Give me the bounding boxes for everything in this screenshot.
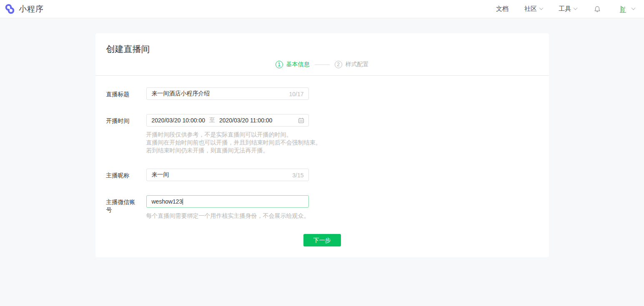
anchor-wechat-control: weshow123 每个直播间需要绑定一个用作核实主播身份，不会展示给观众。: [146, 195, 310, 220]
help-line-3: 若到结束时间仍未开播，则直播间无法再开播。: [146, 147, 321, 154]
live-title-control: 10/17: [146, 87, 309, 100]
anchor-wechat-value: weshow123: [152, 198, 183, 205]
help-line-1: 开播时间段仅供参考，不是实际直播间可以开播的时间。: [146, 131, 321, 139]
anchor-wechat-field: 主播微信账号 weshow123 每个直播间需要绑定一个用作核实主播身份，不会展…: [106, 195, 538, 220]
page-title: 创建直播间: [106, 43, 538, 55]
anchor-nickname-field: 主播昵称 3/15: [106, 169, 538, 181]
end-datetime-value[interactable]: 2020/03/20 11:00:00: [219, 117, 272, 124]
nav-community-label: 社区: [524, 5, 537, 13]
brand-name: 小程序: [19, 4, 44, 15]
step-basic-info: 1 基本信息: [276, 61, 310, 68]
live-title-field: 直播标题 10/17: [106, 87, 538, 100]
live-title-label: 直播标题: [106, 87, 135, 100]
bell-icon: [594, 5, 601, 13]
start-time-help: 开播时间段仅供参考，不是实际直播间可以开播的时间。 直播间在开始时间前也可以开播…: [146, 131, 321, 154]
nav-item-docs[interactable]: 文档: [496, 5, 509, 13]
anchor-wechat-input[interactable]: weshow123: [146, 195, 309, 208]
anchor-wechat-label: 主播微信账号: [106, 195, 135, 220]
chevron-down-icon: [574, 6, 578, 10]
live-title-counter: 10/17: [289, 91, 303, 97]
nav-docs-label: 文档: [496, 5, 509, 13]
chevron-down-icon: [631, 6, 636, 10]
nav-item-community[interactable]: 社区: [524, 5, 543, 13]
chevron-down-icon: [539, 6, 544, 10]
datetime-range-picker[interactable]: 2020/03/20 10:00:00 至 2020/03/20 11:00:0…: [146, 114, 309, 127]
help-line-2: 直播间在开始时间前也可以开播，并且到结束时间后不会强制结束。: [146, 139, 321, 147]
step-1-circle: 1: [276, 61, 283, 68]
nav-item-tools[interactable]: 工具: [559, 5, 577, 13]
brand-home-link[interactable]: 小程序: [4, 3, 44, 15]
basic-info-form: 直播标题 10/17 开播时间 2020/03/20 10:00:00 至 20…: [95, 76, 549, 246]
anchor-wechat-help: 每个直播间需要绑定一个用作核实主播身份，不会展示给观众。: [146, 212, 310, 220]
anchor-nickname-control: 3/15: [146, 169, 309, 181]
miniprogram-logo-icon: [4, 3, 15, 15]
start-datetime-value[interactable]: 2020/03/20 10:00:00: [152, 117, 205, 124]
live-title-input[interactable]: [146, 87, 309, 100]
text-cursor: [183, 199, 183, 205]
next-step-button[interactable]: 下一步: [303, 234, 341, 246]
top-navigation: 文档 社区 工具: [480, 5, 635, 13]
range-separator: 至: [209, 117, 215, 124]
anchor-nickname-label: 主播昵称: [106, 169, 135, 181]
create-live-room-card: 创建直播间 1 基本信息 2 样式配置 直播标题 10/17 开播时间: [95, 33, 549, 257]
anchor-nickname-counter: 3/15: [292, 172, 303, 179]
topbar: 小程序 文档 社区 工具: [0, 0, 644, 18]
step-2-circle: 2: [335, 61, 342, 68]
anchor-nickname-input[interactable]: [146, 169, 309, 181]
step-2-label: 样式配置: [346, 61, 369, 68]
calendar-icon[interactable]: [298, 117, 304, 124]
start-time-label: 开播时间: [106, 114, 135, 154]
card-header: 创建直播间 1 基本信息 2 样式配置: [95, 33, 549, 76]
notification-bell-button[interactable]: [594, 5, 601, 13]
tower-avatar-icon: [619, 5, 627, 13]
nav-tools-label: 工具: [559, 5, 571, 13]
wizard-steps: 1 基本信息 2 样式配置: [106, 61, 538, 75]
start-time-control: 2020/03/20 10:00:00 至 2020/03/20 11:00:0…: [146, 114, 321, 154]
account-menu[interactable]: [619, 5, 635, 13]
start-time-field: 开播时间 2020/03/20 10:00:00 至 2020/03/20 11…: [106, 114, 538, 154]
form-actions: 下一步: [106, 234, 538, 246]
step-connector: [315, 65, 330, 65]
step-1-label: 基本信息: [286, 61, 310, 68]
step-style-config: 2 样式配置: [335, 61, 369, 68]
